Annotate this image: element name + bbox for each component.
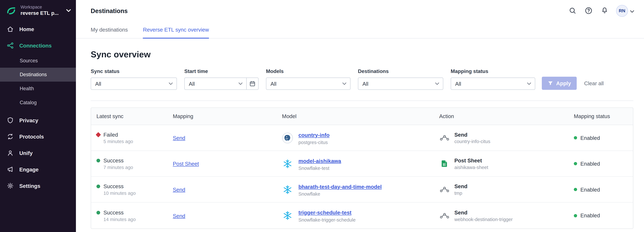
app-root: Workspace reverse ETL p... Home Connecti…: [0, 0, 644, 232]
sidebar-item-engage[interactable]: Engage: [0, 161, 76, 178]
table-row: Failed 5 minutes ago Send country-info p…: [91, 125, 633, 151]
enabled-dot-icon: [574, 188, 577, 191]
action-title: Send: [454, 183, 468, 190]
avatar[interactable]: RN: [616, 5, 628, 16]
sidebar-item-label: Home: [19, 26, 34, 32]
chevron-down-icon: [238, 82, 242, 85]
mapping-status-label: Enabled: [580, 186, 600, 193]
chevron-down-icon: [435, 82, 439, 85]
success-icon: [96, 211, 100, 214]
sync-overview-table: Latest sync Mapping Model Action Mapping…: [91, 107, 633, 229]
snowflake-icon: [282, 210, 293, 221]
filter-bar: Sync status All Start time All: [91, 68, 633, 90]
sidebar-item-privacy[interactable]: Privacy: [0, 112, 76, 128]
filter-models: Models All: [266, 68, 350, 90]
sync-status-label: Failed: [103, 132, 118, 138]
tab-my-destinations[interactable]: My destinations: [91, 21, 128, 38]
action-destination: webhook-destination-trigger: [454, 217, 512, 222]
bell-icon[interactable]: [600, 6, 609, 15]
snowflake-icon: [282, 158, 293, 169]
chevron-down-icon: [66, 6, 71, 14]
model-link[interactable]: trigger-schedule-test: [298, 210, 352, 216]
postgres-icon: [282, 132, 293, 143]
help-icon[interactable]: [584, 6, 593, 15]
col-action: Action: [439, 113, 574, 119]
shield-icon: [6, 116, 14, 124]
table-row: Success 7 minutes ago Post Sheet model-a…: [91, 151, 633, 177]
connections-subnav: Sources Destinations Health Catalog: [0, 54, 76, 109]
success-icon: [96, 159, 100, 162]
destinations-select[interactable]: All: [358, 77, 443, 90]
action-title: Post Sheet: [454, 158, 488, 164]
sync-time: 5 minutes ago: [103, 139, 173, 144]
sidebar-item-catalog[interactable]: Catalog: [0, 96, 76, 110]
calendar-button[interactable]: [246, 77, 258, 90]
model-link[interactable]: country-info: [298, 132, 330, 138]
content: Sync overview Sync status All Start time…: [76, 38, 644, 229]
mapping-status-label: Enabled: [580, 161, 600, 167]
model-source: Snowflake-trigger-schedule: [298, 217, 356, 222]
tab-reverse-etl-sync-overview[interactable]: Reverse ETL sync overview: [143, 21, 209, 38]
megaphone-icon: [6, 166, 14, 173]
person-icon: [6, 149, 14, 157]
workspace-switcher[interactable]: Workspace reverse ETL p...: [0, 0, 76, 19]
sidebar-item-unify[interactable]: Unify: [0, 145, 76, 161]
sidebar-item-settings[interactable]: Settings: [0, 178, 76, 194]
mapping-status-select[interactable]: All: [451, 77, 535, 90]
sidebar-item-destinations[interactable]: Destinations: [0, 68, 76, 82]
sidebar-item-protocols[interactable]: Protocols: [0, 128, 76, 145]
connections-icon: [6, 42, 14, 49]
col-model: Model: [282, 113, 439, 119]
filters-divider: [91, 101, 633, 101]
workspace-label: Workspace: [20, 4, 62, 9]
calendar-icon: [249, 80, 256, 87]
sync-time: 14 minutes ago: [103, 217, 173, 222]
section-heading: Sync overview: [91, 50, 633, 59]
chevron-down-icon: [527, 82, 531, 85]
google-sheets-icon: [439, 160, 450, 167]
filter-sync-status: Sync status All: [91, 68, 177, 90]
col-mapping-status: Mapping status: [574, 113, 633, 119]
webhook-icon: [439, 135, 450, 141]
sync-status-label: Success: [103, 158, 124, 164]
page-title: Destinations: [91, 7, 128, 14]
col-latest-sync: Latest sync: [96, 113, 173, 119]
mapping-link[interactable]: Send: [173, 213, 185, 219]
sync-status-select[interactable]: All: [91, 77, 177, 90]
sidebar-item-home[interactable]: Home: [0, 21, 76, 37]
sidebar: Workspace reverse ETL p... Home Connecti…: [0, 0, 76, 232]
mapping-link[interactable]: Send: [173, 135, 185, 141]
webhook-icon: [439, 187, 450, 192]
action-destination: country-info-citus: [454, 139, 490, 144]
table-row: Success 10 minutes ago Send bharath-test…: [91, 177, 633, 203]
home-icon: [6, 25, 14, 33]
sidebar-item-connections[interactable]: Connections: [0, 37, 76, 54]
user-menu[interactable]: RN: [616, 5, 634, 16]
model-link[interactable]: bharath-test-day-and-time-model: [298, 184, 382, 190]
main-area: Destinations RN: [76, 0, 644, 232]
sidebar-item-label: Connections: [19, 42, 52, 48]
mapping-link[interactable]: Send: [173, 187, 185, 193]
table-header: Latest sync Mapping Model Action Mapping…: [91, 108, 633, 125]
filter-start-time: Start time All: [184, 68, 259, 90]
sync-status-label: Success: [103, 210, 124, 216]
sidebar-item-sources[interactable]: Sources: [0, 54, 76, 68]
chevron-down-icon: [630, 7, 634, 14]
start-time-select[interactable]: All: [184, 77, 247, 90]
col-mapping: Mapping: [173, 113, 282, 119]
search-icon[interactable]: [568, 6, 577, 15]
model-source: postgres-citus: [298, 140, 330, 145]
table-row: Success 14 minutes ago Send trigger-sche…: [91, 203, 633, 229]
mapping-status-label: Enabled: [580, 135, 600, 141]
protocols-icon: [6, 133, 14, 140]
gear-icon: [6, 182, 14, 190]
model-source: Snowflake: [298, 191, 382, 196]
mapping-link[interactable]: Post Sheet: [173, 161, 199, 167]
model-link[interactable]: model-aishikawa: [298, 158, 341, 164]
clear-all-link[interactable]: Clear all: [584, 80, 604, 86]
sidebar-item-health[interactable]: Health: [0, 82, 76, 96]
apply-button[interactable]: Apply: [542, 77, 577, 90]
workspace-name: reverse ETL p...: [20, 10, 62, 16]
sidebar-nav: Home Connections Sources Destinations He…: [0, 21, 76, 194]
models-select[interactable]: All: [266, 77, 350, 90]
